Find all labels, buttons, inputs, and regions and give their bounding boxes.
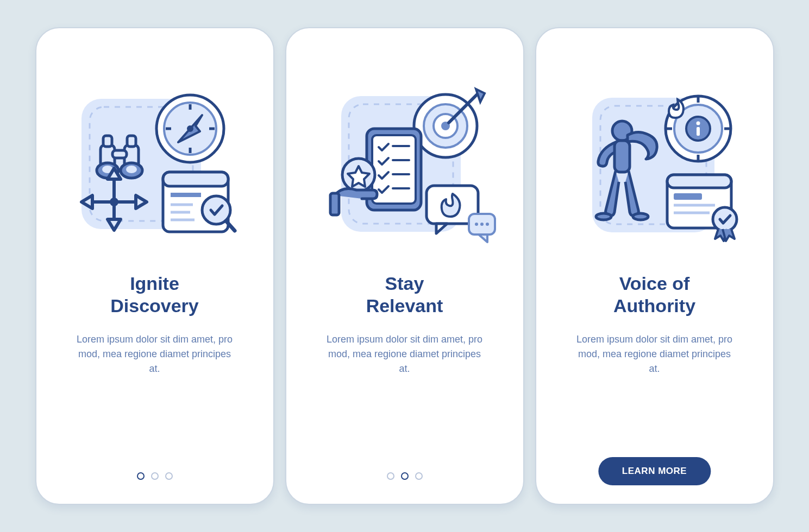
svg-marker-43	[476, 89, 485, 102]
svg-rect-52	[330, 193, 339, 215]
svg-point-9	[187, 125, 193, 132]
svg-marker-56	[479, 235, 487, 242]
pager-dot-3[interactable]	[165, 472, 173, 480]
pager-dot-1[interactable]	[137, 472, 145, 480]
learn-more-button[interactable]: LEARN MORE	[598, 457, 711, 485]
svg-rect-17	[103, 136, 112, 147]
pagination-dots	[286, 472, 523, 480]
card-body: Lorem ipsum dolor sit dim amet, pro mod,…	[73, 332, 236, 376]
svg-point-58	[480, 223, 484, 226]
card-title: Ignite Discovery	[110, 273, 199, 317]
card-title: Voice of Authority	[613, 273, 695, 317]
svg-point-80	[713, 207, 737, 231]
svg-point-69	[696, 122, 700, 125]
discovery-illustration	[60, 66, 250, 256]
svg-point-57	[475, 223, 478, 226]
svg-point-73	[596, 213, 611, 220]
svg-rect-18	[127, 136, 136, 147]
svg-rect-70	[697, 127, 700, 136]
onboarding-screens-row: Ignite Discovery Lorem ipsum dolor sit d…	[35, 27, 774, 505]
svg-rect-16	[112, 150, 127, 158]
svg-rect-77	[674, 193, 702, 200]
pager-dot-1[interactable]	[387, 472, 394, 480]
pager-dot-3[interactable]	[415, 472, 423, 480]
pager-dot-2[interactable]	[151, 472, 159, 480]
pager-dot-2[interactable]	[401, 472, 409, 480]
onboarding-card-2: Stay Relevant Lorem ipsum dolor sit dim …	[285, 27, 524, 505]
svg-rect-72	[614, 141, 630, 172]
svg-rect-76	[667, 175, 731, 188]
card-title: Stay Relevant	[366, 273, 443, 317]
svg-point-15	[126, 166, 137, 173]
card-body: Lorem ipsum dolor sit dim amet, pro mod,…	[323, 332, 486, 376]
pagination-dots	[36, 472, 273, 480]
svg-point-27	[111, 199, 117, 205]
relevant-illustration	[310, 66, 500, 256]
authority-illustration	[560, 66, 750, 256]
card-body: Lorem ipsum dolor sit dim amet, pro mod,…	[573, 332, 736, 376]
svg-point-59	[486, 223, 489, 226]
onboarding-card-1: Ignite Discovery Lorem ipsum dolor sit d…	[35, 27, 274, 505]
svg-rect-29	[163, 172, 228, 186]
svg-point-74	[633, 213, 648, 220]
onboarding-card-3: Voice of Authority Lorem ipsum dolor sit…	[535, 27, 774, 505]
